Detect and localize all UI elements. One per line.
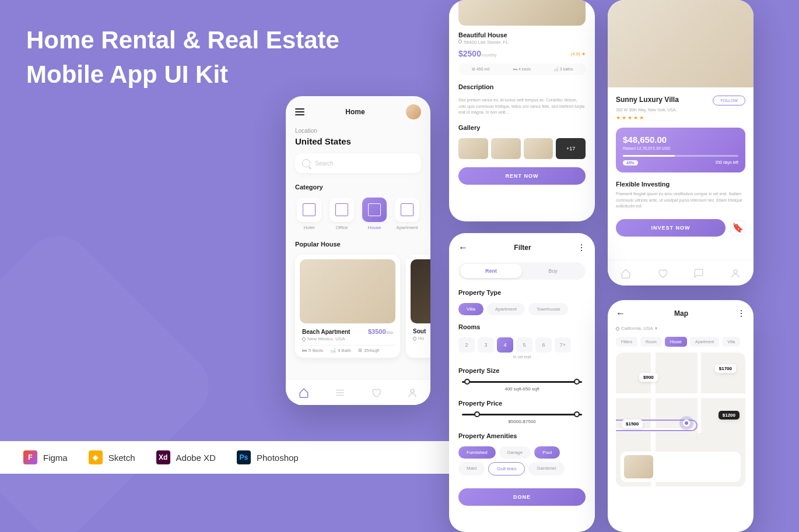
- card-address: Ho: [411, 334, 430, 344]
- office-icon: [335, 203, 348, 216]
- cat-hotel[interactable]: Hotel: [295, 198, 323, 230]
- svg-point-1: [734, 270, 737, 273]
- buy-tab[interactable]: Buy: [522, 264, 584, 278]
- progress-pct: 45%: [623, 160, 638, 165]
- detail-name: Beautiful House: [458, 31, 586, 38]
- price-pin[interactable]: $1500: [622, 420, 643, 428]
- search-input[interactable]: Search: [295, 153, 421, 173]
- chip-golf[interactable]: Golf links: [488, 462, 525, 475]
- tab-house[interactable]: House: [665, 337, 687, 347]
- gallery-more[interactable]: +17: [556, 138, 586, 159]
- size-slider[interactable]: [462, 381, 582, 383]
- map-location[interactable]: California, USA ▾: [616, 326, 745, 331]
- amenities-title: Property Amenities: [458, 432, 586, 439]
- back-icon[interactable]: ←: [458, 242, 468, 253]
- invest-raised: Raised 12,70,072.30 USD: [623, 146, 738, 150]
- amenity-chips: Furnished Garage Pool Maid Golf links Ga…: [458, 446, 586, 475]
- detail-image: [458, 0, 586, 26]
- back-icon[interactable]: ←: [616, 308, 625, 319]
- nav-chat-icon[interactable]: [693, 268, 704, 279]
- room-7plus[interactable]: 7+: [555, 337, 571, 353]
- room-3[interactable]: 3: [478, 337, 494, 353]
- investment-panel: $48,650.00 Raised 12,70,072.30 USD 45%35…: [616, 128, 745, 172]
- nav-home-icon[interactable]: [299, 387, 309, 398]
- map-area[interactable]: $900 $1700 $1500 $1200: [616, 353, 745, 487]
- gallery-image[interactable]: [524, 138, 553, 159]
- more-icon[interactable]: ⋯: [577, 244, 586, 252]
- progress-bar: [623, 155, 738, 157]
- chip-apartment[interactable]: Apartment: [487, 303, 525, 315]
- tab-villa[interactable]: Villa: [722, 337, 740, 347]
- cat-office[interactable]: Office: [328, 198, 356, 230]
- nav-heart-icon[interactable]: [657, 268, 668, 279]
- category-title: Category: [295, 184, 421, 191]
- nav-home-icon[interactable]: [621, 268, 631, 279]
- pin-icon: [412, 336, 417, 340]
- rooms-sublabel: In vel erat: [458, 355, 586, 359]
- star-rating: ★★★★★: [616, 115, 745, 121]
- size-value: 400 sqft-650 sqft: [458, 386, 586, 392]
- more-icon[interactable]: ⋯: [737, 309, 746, 318]
- menu-icon[interactable]: [295, 108, 304, 115]
- cat-house[interactable]: House: [360, 198, 388, 230]
- bookmark-button[interactable]: 🔖: [730, 220, 745, 235]
- property-card-2[interactable]: Sout Ho: [406, 255, 430, 358]
- tab-apartment[interactable]: Apartment: [690, 337, 719, 347]
- hotel-icon: [303, 203, 316, 216]
- nav-profile-icon[interactable]: [407, 387, 418, 398]
- pin-icon: [302, 336, 306, 341]
- location-value[interactable]: United States: [295, 136, 421, 146]
- nav-profile-icon[interactable]: [730, 268, 741, 279]
- room-2[interactable]: 2: [458, 337, 475, 353]
- chip-villa[interactable]: Villa: [458, 303, 483, 315]
- gallery: +17: [458, 138, 586, 159]
- map-property-card[interactable]: [621, 452, 741, 482]
- chip-pool[interactable]: Pool: [534, 446, 560, 459]
- desc-text: Sed pretium varius ex, at luctus velit t…: [458, 97, 586, 116]
- chip-gardener[interactable]: Gardener: [528, 462, 565, 475]
- tab-room[interactable]: Room: [640, 337, 662, 347]
- feat-baths: 🛁 4 Bath: [330, 348, 351, 353]
- gallery-image[interactable]: [491, 138, 521, 159]
- invest-address: 302 W 30th Way, New York, USA: [616, 108, 745, 112]
- nav-list-icon[interactable]: [335, 387, 345, 398]
- gallery-image[interactable]: [458, 138, 488, 159]
- detail-rating: (4.8) ★: [570, 51, 586, 57]
- progress-days: 350 days left: [715, 160, 738, 165]
- rent-button[interactable]: RENT NOW: [458, 167, 586, 185]
- location-label: Location: [295, 128, 421, 134]
- chip-furnished[interactable]: Furnished: [458, 446, 496, 459]
- follow-button[interactable]: FOLLOW: [713, 96, 745, 105]
- price-pin[interactable]: $1700: [715, 364, 736, 373]
- done-button[interactable]: DONE: [458, 488, 586, 506]
- price-slider[interactable]: [462, 414, 582, 415]
- size-title: Property Size: [458, 367, 586, 374]
- chip-townhouse[interactable]: Townhouse: [528, 303, 568, 315]
- ps-icon: Ps: [237, 450, 251, 464]
- price-pin-active[interactable]: $1200: [719, 411, 740, 420]
- screen-detail: Beautiful House 58420 Lee Stoner, FL $25…: [449, 0, 595, 221]
- avatar[interactable]: [406, 104, 421, 119]
- rent-tab[interactable]: Rent: [460, 264, 522, 278]
- home-title: Home: [345, 108, 365, 116]
- room-4[interactable]: 4: [497, 337, 513, 353]
- tool-ps: PsPhotoshop: [237, 450, 299, 464]
- feat-area: ⊞ 450 m2: [462, 67, 500, 72]
- popular-title: Popular House: [295, 241, 421, 248]
- tab-filters[interactable]: Filters: [616, 337, 637, 347]
- property-card[interactable]: Beach Apartment $3500/mo New Mexico, USA…: [295, 255, 400, 358]
- nav-heart-icon[interactable]: [371, 387, 381, 398]
- cat-apartment[interactable]: Apartment: [393, 198, 421, 230]
- chip-garage[interactable]: Garage: [499, 446, 531, 459]
- feat-beds: 🛏 5 Beds: [302, 348, 323, 353]
- invest-button[interactable]: INVEST NOW: [616, 219, 726, 237]
- card-address: New Mexico, USA: [300, 335, 395, 345]
- price-pin[interactable]: $900: [639, 373, 658, 382]
- room-5[interactable]: 5: [516, 337, 532, 353]
- tool-xd: XdAdobe XD: [156, 450, 216, 464]
- chip-maid[interactable]: Maid: [458, 462, 485, 475]
- filter-title: Filter: [514, 244, 531, 252]
- map-card-image: [624, 455, 653, 478]
- room-6[interactable]: 6: [535, 337, 552, 353]
- card-price: $3500/mo: [368, 328, 393, 335]
